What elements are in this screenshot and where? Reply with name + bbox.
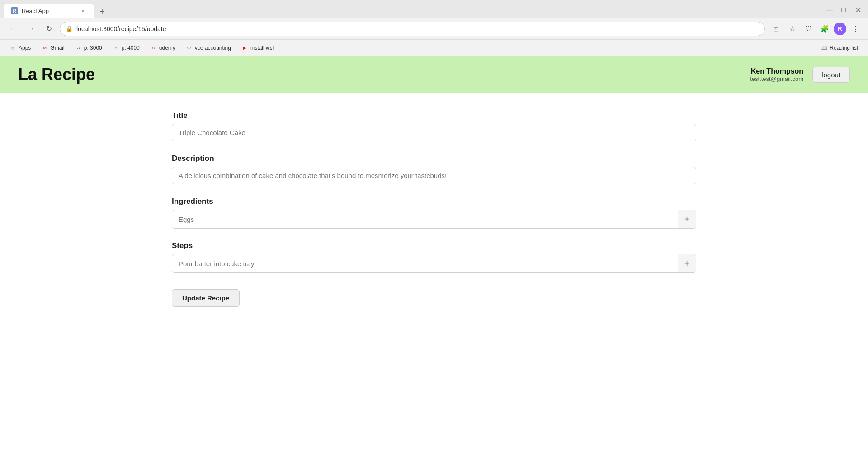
maximize-button[interactable]: □ (837, 4, 850, 16)
back-button[interactable]: ← (5, 22, 20, 36)
reading-list-button[interactable]: 📖 Reading list (816, 43, 863, 53)
ingredients-group: Ingredients + (172, 197, 696, 229)
cast-icon[interactable]: ⊡ (769, 22, 783, 36)
ingredients-input[interactable] (172, 211, 678, 228)
p4000-favicon: A (113, 45, 119, 51)
bookmark-udemy[interactable]: U udemy (146, 43, 180, 53)
wsl-favicon: ▶ (242, 45, 248, 51)
steps-input-container: + (172, 254, 696, 273)
user-email: test.test@gmail.com (750, 75, 803, 82)
bookmark-gmail-label: Gmail (50, 45, 64, 51)
title-group: Title (172, 111, 696, 141)
description-input[interactable] (172, 167, 696, 184)
bookmark-gmail[interactable]: M Gmail (37, 43, 69, 53)
tab-favicon: R (11, 7, 18, 14)
bookmark-p3000-label: p. 3000 (84, 45, 102, 51)
extension-icon-1[interactable]: 🛡 (801, 22, 816, 36)
forward-button[interactable]: → (24, 22, 38, 36)
bookmark-p4000-label: p. 4000 (122, 45, 140, 51)
reading-list-label: Reading list (830, 45, 858, 51)
address-input[interactable] (76, 25, 759, 33)
apps-favicon: ⊞ (10, 45, 16, 51)
user-info: Ken Thompson test.test@gmail.com (750, 67, 803, 82)
profile-avatar[interactable]: R (834, 23, 846, 35)
window-controls: — □ ✕ (823, 4, 864, 18)
active-tab[interactable]: R React App × (4, 4, 94, 18)
bookmark-wsl-label: install wsl (250, 45, 274, 51)
app-content: La Recipe Ken Thompson test.test@gmail.c… (0, 56, 868, 460)
steps-group: Steps + (172, 241, 696, 273)
tab-close-button[interactable]: × (80, 7, 87, 14)
user-section: Ken Thompson test.test@gmail.com logout (750, 67, 850, 83)
reading-list-icon: 📖 (821, 45, 827, 51)
browser-window: R React App × + — □ ✕ ← → ↻ 🔒 ⊡ ☆ 🛡 🧩 R … (0, 0, 868, 460)
update-recipe-button[interactable]: Update Recipe (172, 289, 240, 307)
app-logo[interactable]: La Recipe (18, 65, 95, 84)
refresh-button[interactable]: ↻ (42, 22, 56, 36)
gmail-favicon: M (42, 45, 48, 51)
logout-button[interactable]: logout (812, 67, 850, 83)
ingredients-input-container: + (172, 210, 696, 229)
steps-label: Steps (172, 241, 696, 250)
bookmarks-bar: ⊞ Apps M Gmail A p. 3000 A p. 4000 U ude… (0, 40, 868, 56)
bookmark-udemy-label: udemy (159, 45, 175, 51)
bookmark-p4000[interactable]: A p. 4000 (108, 43, 144, 53)
menu-icon[interactable]: ⋮ (848, 22, 863, 36)
title-label: Title (172, 111, 696, 120)
vce-favicon: 🛡 (186, 45, 193, 51)
app-header: La Recipe Ken Thompson test.test@gmail.c… (0, 56, 868, 93)
bookmark-apps-label: Apps (19, 45, 31, 51)
extension-icon-2[interactable]: 🧩 (817, 22, 832, 36)
title-input[interactable] (172, 124, 696, 141)
tab-title: React App (22, 8, 76, 14)
close-window-button[interactable]: ✕ (852, 4, 864, 16)
address-bar[interactable]: 🔒 (60, 22, 765, 36)
lock-icon: 🔒 (66, 25, 73, 32)
steps-input[interactable] (172, 255, 678, 272)
description-label: Description (172, 154, 696, 163)
new-tab-button[interactable]: + (96, 5, 108, 18)
toolbar: ← → ↻ 🔒 ⊡ ☆ 🛡 🧩 R ⋮ (0, 18, 868, 40)
bookmark-p3000[interactable]: A p. 3000 (71, 43, 107, 53)
bookmark-apps[interactable]: ⊞ Apps (5, 43, 35, 53)
add-ingredient-button[interactable]: + (678, 210, 696, 228)
toolbar-right: ⊡ ☆ 🛡 🧩 R ⋮ (769, 22, 863, 36)
bookmark-wsl[interactable]: ▶ install wsl (237, 43, 278, 53)
form-container: Title Description Ingredients + Steps + (0, 93, 868, 325)
user-name: Ken Thompson (750, 67, 803, 75)
description-group: Description (172, 154, 696, 184)
bookmark-icon[interactable]: ☆ (785, 22, 799, 36)
udemy-favicon: U (151, 45, 157, 51)
bookmark-vce-label: vce accounting (195, 45, 231, 51)
bookmark-vce[interactable]: 🛡 vce accounting (182, 43, 236, 53)
minimize-button[interactable]: — (823, 4, 835, 16)
tab-bar: R React App × + — □ ✕ (0, 0, 868, 18)
ingredients-label: Ingredients (172, 197, 696, 206)
add-step-button[interactable]: + (678, 254, 696, 272)
p3000-favicon: A (75, 45, 82, 51)
